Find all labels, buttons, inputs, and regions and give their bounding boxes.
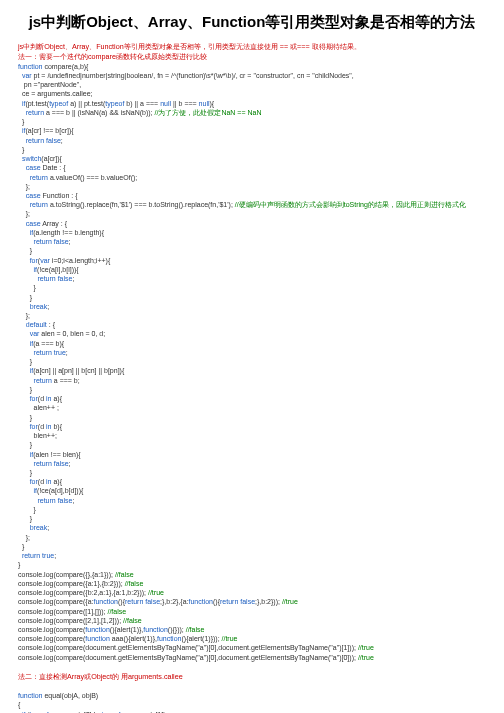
code-block-2: function equal(objA, objB) { if (typeof … — [18, 691, 486, 713]
intro-text: js中判断Object、Array、Function等引用类型对象是否相等，引用… — [18, 42, 486, 52]
method2-heading: 法二：直接检测Array或Object的 用arguments.callee — [18, 672, 486, 682]
method1-heading: 法一：需要一个迭代的compare函数转化成原始类型进行比较 — [18, 52, 486, 62]
code-block-1: function compare(a,b){ var pt = /undefin… — [18, 62, 486, 662]
page-title: js中判断Object、Array、Function等引用类型对象是否相等的方法 — [18, 12, 486, 32]
